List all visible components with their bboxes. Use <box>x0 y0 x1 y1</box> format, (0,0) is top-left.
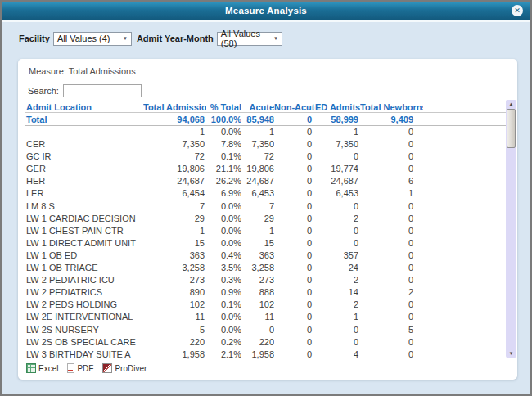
scroll-thumb[interactable] <box>507 109 516 148</box>
column-header[interactable]: % Total <box>206 101 241 113</box>
cell: LW 2E INTERVENTIONAL <box>25 311 143 323</box>
cell: 0 <box>315 151 360 163</box>
cell: 3,258 <box>143 262 206 274</box>
table-header-row: Admit LocationTotal Admissions% TotalAcu… <box>25 101 506 113</box>
scroll-down-arrow-icon[interactable]: ▼ <box>506 349 516 358</box>
cell: 19,806 <box>241 163 274 175</box>
cell: 7 <box>241 200 274 213</box>
cell: 2 <box>315 299 360 311</box>
cell: 0 <box>360 151 423 163</box>
prodiver-icon <box>102 363 112 373</box>
cell: 0.0% <box>206 126 241 138</box>
cell: 85,948 <box>241 113 274 126</box>
cell: 58,999 <box>315 113 360 126</box>
cell: 1 <box>241 225 274 237</box>
column-header[interactable]: Non-Acute <box>274 101 315 113</box>
dialog-title: Measure Analysis <box>225 6 307 16</box>
table-row[interactable]: LW 1 OB TRIAGE3,2583.5%3,2580240 <box>25 262 506 274</box>
cell: 363 <box>143 250 206 262</box>
cell: 0 <box>274 286 315 299</box>
cell: 0.1% <box>206 151 241 163</box>
column-header[interactable]: ED Admits <box>315 101 360 113</box>
cell: 94,068 <box>143 113 206 126</box>
cell: 0 <box>274 225 315 237</box>
table-row[interactable]: LW 2E INTERVENTIONAL110.0%11010 <box>25 311 506 323</box>
cell: 0 <box>360 163 423 175</box>
cell: 1 <box>315 126 360 138</box>
pdf-export-link[interactable]: PDF <box>67 363 93 373</box>
table-row[interactable]: LW 2S NURSERY50.0%0005 <box>25 324 506 336</box>
cell: 0.0% <box>206 200 241 213</box>
cell: 0 <box>360 349 423 361</box>
cell: LW 1 OB ED <box>25 250 143 262</box>
table-row[interactable]: LW 1 DIRECT ADMIT UNIT150.0%15000 <box>25 237 506 250</box>
table-row[interactable]: GER19,80621.1%19,806019,7740 <box>25 163 506 175</box>
cell: 0 <box>360 262 423 274</box>
cell: 72 <box>143 151 206 163</box>
prodiver-export-link[interactable]: ProDiver <box>102 363 147 373</box>
cell: 5 <box>143 324 206 336</box>
table-row[interactable]: LM 8 S70.0%7000 <box>25 200 506 213</box>
cell: 29 <box>241 213 274 225</box>
table-row[interactable]: GC IR720.1%72000 <box>25 151 506 163</box>
cell: 0.0% <box>206 324 241 336</box>
facility-select[interactable]: All Values (4) ▼ <box>53 32 132 46</box>
cell: 0 <box>274 324 315 336</box>
table-row[interactable]: LW 2S OB SPECIAL CARE2200.2%220000 <box>25 336 506 349</box>
table-row[interactable]: LW 2 PEDS HOLDING1020.1%102020 <box>25 299 506 311</box>
cell: 0.0% <box>206 311 241 323</box>
table-row[interactable]: LW 2 PEDIATRIC ICU2730.3%273020 <box>25 274 506 286</box>
search-input[interactable] <box>63 84 142 97</box>
table-row[interactable]: LW 3 BIRTHDAY SUITE A1,9582.1%1,958040 <box>25 349 506 361</box>
table-row[interactable]: LW 1 CHEST PAIN CTR10.0%1000 <box>25 225 506 237</box>
measure-label: Measure: Total Admissions <box>29 66 136 76</box>
dialog-titlebar[interactable]: Measure Analysis ✕ <box>2 2 530 20</box>
admit-year-month-select[interactable]: All Values (58) ▼ <box>217 32 282 46</box>
close-icon[interactable]: ✕ <box>512 5 523 16</box>
cell: 0 <box>274 113 315 126</box>
table-row[interactable]: HER24,68726.2%24,687024,6876 <box>25 175 506 187</box>
cell: 2.1% <box>206 349 241 361</box>
pdf-icon <box>67 363 74 373</box>
cell: LW 1 CHEST PAIN CTR <box>25 225 143 237</box>
cell: 0 <box>274 250 315 262</box>
cell: Total <box>25 113 143 126</box>
cell: 2 <box>315 274 360 286</box>
cell: 2 <box>360 286 423 299</box>
cell: CER <box>25 138 143 151</box>
excel-export-link[interactable]: Excel <box>26 363 58 373</box>
table-row[interactable]: LW 1 OB ED3630.4%36303570 <box>25 250 506 262</box>
cell: HER <box>25 175 143 187</box>
table-row[interactable]: CER7,3507.8%7,35007,3500 <box>25 138 506 151</box>
scroll-up-arrow-icon[interactable]: ▲ <box>506 100 516 108</box>
column-header[interactable]: Admit Location <box>25 101 143 113</box>
table-row[interactable]: LW 1 CARDIAC DECISION290.0%29020 <box>25 213 506 225</box>
cell: 0 <box>274 187 315 200</box>
table-row[interactable]: LER6,4546.9%6,45306,4531 <box>25 187 506 200</box>
cell: 7,350 <box>241 138 274 151</box>
cell: 0.3% <box>206 274 241 286</box>
cell: 7,350 <box>143 138 206 151</box>
measure-panel: Measure: Total Admissions Search: Admit … <box>18 59 517 380</box>
filter-bar: Facility All Values (4) ▼ Admit Year-Mon… <box>19 31 282 46</box>
column-header[interactable]: Acute <box>241 101 274 113</box>
cell: 0.2% <box>206 336 241 349</box>
cell: 220 <box>241 336 274 349</box>
admit-year-month-label: Admit Year-Month <box>137 34 214 43</box>
search-label: Search: <box>28 86 59 96</box>
cell: 0 <box>360 126 423 138</box>
table-total-row[interactable]: Total94,068100.0%85,948058,9999,409 <box>25 113 506 126</box>
cell: LW 2S NURSERY <box>25 324 143 336</box>
cell: 0 <box>315 324 360 336</box>
table-row[interactable]: LW 2 PEDIATRICS8900.9%8880142 <box>25 286 506 299</box>
column-header[interactable]: Total Newborns <box>360 101 423 113</box>
table-body: 10.0%1010CER7,3507.8%7,35007,3500GC IR72… <box>25 126 506 361</box>
facility-label: Facility <box>19 34 50 43</box>
cell: 0 <box>274 274 315 286</box>
table-row[interactable]: 10.0%1010 <box>25 126 506 138</box>
vertical-scrollbar[interactable]: ▲ ▼ <box>506 100 516 358</box>
cell: 0 <box>315 225 360 237</box>
cell: 0 <box>274 175 315 187</box>
cell: 0 <box>274 151 315 163</box>
column-header[interactable]: Total Admissions <box>143 101 206 113</box>
